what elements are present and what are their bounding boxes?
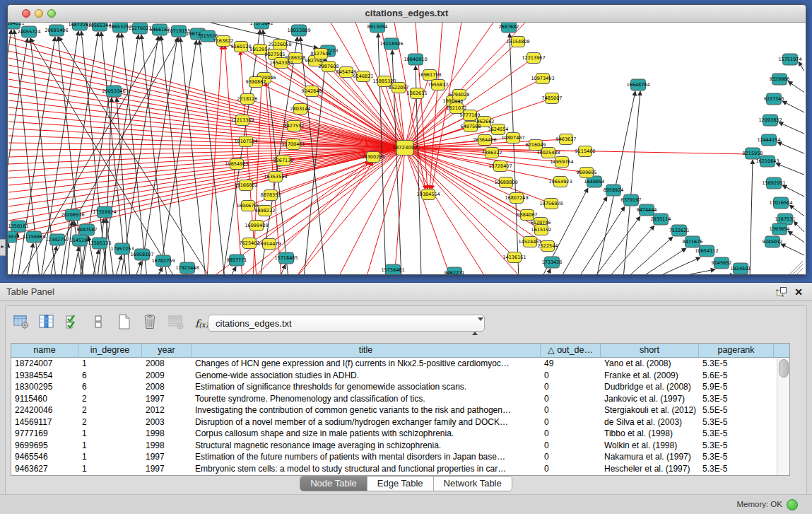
vertical-scrollbar[interactable] — [777, 358, 789, 475]
table-cell: 14569117 — [11, 416, 78, 428]
svg-text:9857771: 9857771 — [227, 257, 247, 263]
svg-text:12093832: 12093832 — [758, 117, 782, 123]
scrollbar-thumb[interactable] — [779, 359, 789, 378]
svg-text:9146821: 9146821 — [353, 74, 374, 79]
table-toolbar: f(x) citations_edges.txt — [10, 310, 802, 340]
svg-text:20206536: 20206536 — [61, 212, 84, 218]
graph-node[interactable]: 6379197 — [621, 194, 642, 206]
svg-text:1733426: 1733426 — [542, 259, 563, 265]
table-settings-icon[interactable] — [10, 310, 33, 334]
column-header-pagerank[interactable]: pagerank — [699, 344, 774, 357]
graph-node[interactable]: 1350161 — [8, 221, 29, 232]
svg-text:17016504: 17016504 — [769, 200, 792, 206]
column-header-name[interactable]: name — [11, 344, 78, 357]
svg-text:17957253: 17957253 — [110, 246, 134, 252]
network-selector[interactable]: citations_edges.txt — [208, 315, 485, 332]
table-cell: 5.3E-5 — [699, 451, 774, 463]
graph-node[interactable]: 1145194 — [70, 235, 90, 246]
table-cell: Investigating the contribution of common… — [192, 404, 541, 416]
new-document-icon[interactable] — [113, 310, 136, 334]
table-cell: Yano et al. (2008) — [601, 358, 699, 370]
svg-text:14136161: 14136161 — [502, 255, 526, 260]
tab-edge-table[interactable]: Edge Table — [367, 477, 434, 491]
table-cell: de Silva et al. (2003) — [601, 416, 699, 428]
svg-text:12213369: 12213369 — [230, 117, 254, 123]
table-row[interactable]: 969969511998Structural magnetic resonanc… — [11, 440, 789, 452]
table-row[interactable]: 1456911722003Disruption of a novel membe… — [11, 416, 789, 428]
column-header-out_de[interactable]: △ out_de… — [541, 344, 601, 357]
table-cell: 1 — [78, 463, 142, 475]
table-row[interactable]: 911546021997Tourette syndrome. Phenomeno… — [11, 393, 789, 405]
table-cell: Hescheler et al. (1997) — [601, 463, 699, 475]
network-graph-canvas[interactable]: 2059422124055724206914061687226419565344… — [8, 23, 804, 274]
svg-text:18107554: 18107554 — [234, 139, 257, 144]
table-cell: 2 — [78, 393, 142, 405]
trash-icon[interactable] — [139, 310, 161, 334]
svg-text:15736461: 15736461 — [381, 267, 404, 273]
column-header-in_degree[interactable]: in_degree — [78, 344, 142, 357]
svg-text:10973493: 10973493 — [531, 76, 554, 81]
table-cell: 1997 — [142, 451, 192, 463]
tab-network-table[interactable]: Network Table — [434, 477, 512, 491]
graph-node[interactable]: 1393654 — [770, 223, 790, 235]
graph-node[interactable]: 1924501 — [731, 263, 751, 274]
panel-collapse-arrow[interactable]: ▸ — [0, 239, 6, 256]
svg-text:20691406: 20691406 — [45, 28, 68, 33]
table-row[interactable]: 946362711997Embryonic stem cells: a mode… — [11, 463, 789, 475]
table-column-icon[interactable] — [35, 310, 58, 334]
table-row[interactable]: 977716911998Corpus callosum shape and si… — [11, 428, 789, 440]
graph-node[interactable]: 8813054 — [367, 23, 388, 33]
svg-text:1640954: 1640954 — [584, 179, 605, 185]
table-row[interactable]: 946554611997Estimation of the future num… — [11, 451, 789, 463]
svg-text:12505135: 12505135 — [88, 240, 111, 246]
table-cell: 1997 — [142, 463, 192, 475]
tab-node-table[interactable]: Node Table — [300, 477, 367, 491]
svg-text:2522544: 2522544 — [538, 243, 558, 249]
table-cell: 19384554 — [11, 370, 78, 382]
column-header-short[interactable]: short — [601, 344, 699, 357]
delete-table-icon[interactable] — [165, 310, 187, 334]
svg-text:6497568: 6497568 — [461, 124, 481, 129]
column-header-title[interactable]: title — [192, 344, 541, 357]
table-cell: 5.9E-5 — [699, 381, 774, 393]
svg-text:11156869: 11156869 — [22, 234, 45, 240]
svg-text:7163822: 7163822 — [213, 38, 234, 44]
graph-node[interactable]: 9329966 — [770, 74, 790, 85]
svg-text:7532621: 7532621 — [669, 228, 690, 233]
table-cell: 2003 — [142, 416, 192, 428]
table-row[interactable]: 1830029562008Estimation of significance … — [11, 381, 789, 393]
graph-node[interactable]: 9227343 — [764, 93, 784, 105]
graph-node[interactable]: 9857771 — [227, 255, 247, 266]
svg-text:16210643: 16210643 — [755, 158, 779, 164]
table-cell: 1997 — [142, 393, 192, 405]
graph-node[interactable]: 8958924 — [604, 185, 624, 196]
checklist-icon[interactable] — [61, 310, 84, 334]
svg-text:8471676: 8471676 — [683, 239, 703, 245]
table-cell: 0 — [541, 381, 601, 393]
table-row[interactable]: 1938455462009Genome-wide association stu… — [11, 370, 789, 382]
graph-node[interactable]: 1733426 — [542, 257, 563, 268]
table-row[interactable]: 2242004622012Investigating the contribut… — [11, 404, 789, 416]
table-row[interactable]: 1872400712008Changes of HCN gene express… — [11, 358, 789, 370]
graph-node[interactable]: 7532621 — [669, 225, 690, 236]
table-cell: Estimation of the future numbers of pati… — [192, 451, 541, 463]
float-window-icon[interactable] — [775, 286, 788, 298]
graph-node[interactable]: 9245652 — [712, 257, 732, 269]
graph-node[interactable]: 9245012 — [763, 236, 783, 247]
table-cell: Disruption of a novel member of a sodium… — [192, 416, 541, 428]
close-icon[interactable]: ✕ — [792, 286, 805, 298]
rows-icon[interactable] — [87, 310, 110, 334]
svg-text:2687682: 2687682 — [499, 24, 519, 30]
graph-node[interactable]: 2687682 — [499, 23, 519, 33]
graph-node[interactable]: 2935114 — [651, 214, 671, 225]
memory-ok-indicator[interactable] — [787, 499, 798, 510]
graph-node[interactable]: 9097587 — [77, 224, 98, 235]
table-cell: 6 — [78, 381, 142, 393]
graph-node[interactable]: 9462271 — [445, 267, 465, 274]
svg-text:16648784: 16648784 — [626, 82, 649, 88]
svg-text:16543382: 16543382 — [269, 60, 293, 66]
svg-text:2718126: 2718126 — [237, 96, 258, 102]
graph-node[interactable]: 18724007 — [392, 141, 418, 156]
memory-status-label: Memory: OK — [736, 500, 782, 508]
column-header-year[interactable]: year — [142, 344, 192, 357]
